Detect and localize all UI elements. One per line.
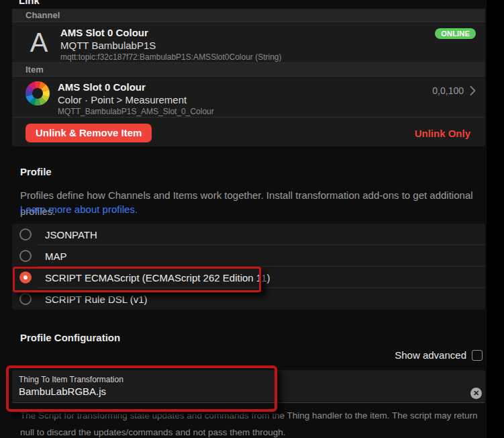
- channel-section-header: Channel: [12, 9, 485, 22]
- item-state-value: 0,0,100: [432, 85, 464, 96]
- transformation-field: Thing To Item Transformation ✕: [12, 370, 485, 403]
- item-type: Color · Point > Measurement: [58, 93, 214, 106]
- channel-row[interactable]: A AMS Slot 0 Colour MQTT BambulabP1S mqt…: [12, 22, 485, 62]
- transformation-field-label: Thing To Item Transformation: [12, 370, 485, 386]
- link-card: Channel A AMS Slot 0 Colour MQTT Bambula…: [12, 9, 485, 146]
- profile-option-script-rule-dsl[interactable]: SCRIPT Rule DSL (v1): [12, 288, 485, 310]
- learn-more-link[interactable]: Learn more about profiles.: [20, 204, 138, 215]
- profile-configuration-heading: Profile Configuration: [20, 332, 120, 343]
- profile-options-list: JSONPATH MAP SCRIPT ECMAScript (ECMAScri…: [12, 224, 485, 310]
- transformation-input[interactable]: [19, 386, 448, 397]
- channel-uid: mqtt:topic:f32c187f72:BambulabP1S:AMSSlo…: [60, 52, 282, 63]
- unlink-remove-button[interactable]: Unlink & Remove Item: [26, 124, 152, 142]
- channel-section-label: Channel: [26, 10, 60, 20]
- item-row[interactable]: AMS Slot 0 Colour Color · Point > Measur…: [12, 77, 485, 117]
- profile-option-label: JSONPATH: [45, 229, 97, 240]
- profile-heading: Profile: [20, 166, 52, 177]
- chevron-right-icon: [470, 86, 476, 95]
- item-section-header: Item: [12, 62, 485, 77]
- profile-option-label: SCRIPT ECMAScript (ECMAScript 262 Editio…: [45, 272, 270, 283]
- channel-subtitle: MQTT BambulabP1S: [60, 39, 282, 52]
- channel-type-icon: A: [26, 26, 52, 62]
- profile-option-map[interactable]: MAP: [12, 245, 485, 267]
- transformation-help-text: The Script for transforming state update…: [20, 407, 486, 438]
- item-name: MQTT_BambulabP1S_AMS_Slot_0_Colour: [58, 106, 214, 118]
- show-advanced-checkbox[interactable]: [472, 350, 483, 361]
- radio-unselected-icon[interactable]: [19, 250, 32, 262]
- show-advanced-label: Show advanced: [395, 349, 466, 361]
- color-wheel-icon: [26, 81, 50, 105]
- link-actions-row: Unlink & Remove Item Unlink Only: [12, 117, 485, 148]
- unlink-only-button[interactable]: Unlink Only: [415, 128, 470, 139]
- radio-selected-icon[interactable]: [19, 271, 32, 283]
- profile-option-jsonpath[interactable]: JSONPATH: [12, 224, 485, 245]
- window-edge: [487, 0, 504, 438]
- profile-option-script-ecmascript[interactable]: SCRIPT ECMAScript (ECMAScript 262 Editio…: [12, 267, 485, 288]
- show-advanced-control[interactable]: Show advanced: [395, 349, 483, 361]
- profile-option-label: SCRIPT Rule DSL (v1): [45, 294, 148, 305]
- item-title: AMS Slot 0 Colour: [58, 81, 214, 93]
- clear-field-icon[interactable]: ✕: [470, 388, 482, 399]
- item-section-label: Item: [26, 64, 44, 75]
- channel-title: AMS Slot 0 Colour: [60, 26, 282, 39]
- radio-unselected-icon[interactable]: [19, 293, 32, 305]
- status-badge: ONLINE: [435, 28, 476, 39]
- radio-unselected-icon[interactable]: [19, 228, 32, 240]
- page-title: Link: [19, 0, 40, 6]
- profile-option-label: MAP: [45, 251, 67, 262]
